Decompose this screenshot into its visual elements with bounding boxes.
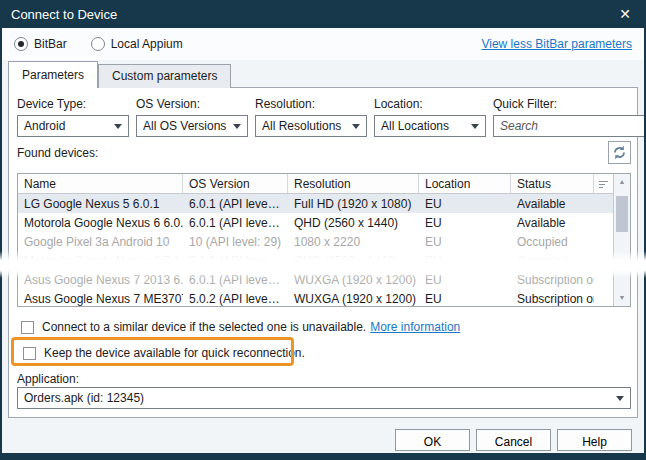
table-row[interactable]: Motorola Google Nexus 6 6.0.1 6.0.1 (API… bbox=[18, 213, 630, 232]
table-row[interactable]: LG Google Nexus 5 6.0.1 6.0.1 (API leve…… bbox=[18, 194, 630, 213]
resolution-select[interactable]: All Resolutions bbox=[255, 115, 367, 137]
sort-indicator-cell[interactable] bbox=[594, 174, 613, 193]
ok-button[interactable]: OK bbox=[395, 429, 470, 451]
footer-buttons: OK Cancel Help bbox=[395, 429, 632, 451]
radio-button-icon bbox=[14, 37, 28, 51]
scrollbar-down-icon[interactable]: ▼ bbox=[614, 290, 630, 306]
screenshot-tear-band bbox=[0, 251, 646, 278]
radio-bitbar[interactable]: BitBar bbox=[14, 37, 67, 51]
os-version-filter: OS Version: All OS Versions bbox=[136, 97, 248, 137]
device-type-select[interactable]: Android bbox=[17, 115, 129, 137]
quick-filter-label: Quick Filter: bbox=[493, 97, 646, 111]
quick-filter: Quick Filter: bbox=[493, 97, 646, 137]
refresh-icon bbox=[612, 145, 627, 160]
chevron-down-icon bbox=[114, 124, 122, 129]
radio-local-appium[interactable]: Local Appium bbox=[91, 37, 183, 51]
table-row[interactable]: Asus Google Nexus 7 ME370T 5.0.2 5.0.2 (… bbox=[18, 289, 630, 307]
vertical-scrollbar[interactable]: ▲ ▼ bbox=[613, 174, 630, 306]
quick-reconnection-checkbox-row: Keep the device available for quick reco… bbox=[23, 346, 305, 360]
column-header-name[interactable]: Name bbox=[18, 174, 183, 193]
column-header-location[interactable]: Location bbox=[419, 174, 511, 193]
resolution-label: Resolution: bbox=[255, 97, 367, 111]
window-border bbox=[0, 0, 2, 460]
view-less-bitbar-parameters-link[interactable]: View less BitBar parameters bbox=[481, 37, 632, 51]
search-input[interactable] bbox=[500, 119, 646, 133]
chevron-down-icon bbox=[616, 396, 624, 401]
similar-device-label: Connect to a similar device if the selec… bbox=[42, 320, 366, 334]
tab-bar: Parameters Custom parameters bbox=[8, 61, 231, 88]
quick-filter-searchbox bbox=[493, 115, 646, 137]
more-information-link[interactable]: More information bbox=[370, 320, 460, 334]
help-button[interactable]: Help bbox=[557, 429, 632, 451]
column-header-status[interactable]: Status bbox=[511, 174, 594, 193]
quick-reconnection-checkbox[interactable] bbox=[23, 347, 36, 360]
device-type-filter: Device Type: Android bbox=[17, 97, 129, 137]
column-header-os-version[interactable]: OS Version bbox=[183, 174, 288, 193]
resolution-filter: Resolution: All Resolutions bbox=[255, 97, 367, 137]
table-row[interactable]: Google Pixel 3a Android 10 10 (API level… bbox=[18, 232, 630, 251]
chevron-down-icon bbox=[471, 124, 479, 129]
refresh-button[interactable] bbox=[608, 141, 631, 164]
similar-device-checkbox[interactable] bbox=[21, 321, 34, 334]
filter-row: Device Type: Android OS Version: All OS … bbox=[17, 97, 629, 137]
location-filter: Location: All Locations bbox=[374, 97, 486, 137]
similar-device-checkbox-row: Connect to a similar device if the selec… bbox=[21, 320, 460, 334]
device-table-header: Name OS Version Resolution Location Stat… bbox=[18, 174, 630, 194]
os-version-select[interactable]: All OS Versions bbox=[136, 115, 248, 137]
device-table: Name OS Version Resolution Location Stat… bbox=[17, 173, 631, 307]
found-devices-label: Found devices: bbox=[17, 146, 98, 160]
scrollbar-up-icon[interactable]: ▲ bbox=[614, 174, 630, 190]
application-label: Application: bbox=[17, 372, 79, 386]
radio-local-appium-label: Local Appium bbox=[111, 37, 183, 51]
window-border bbox=[0, 453, 646, 460]
location-select[interactable]: All Locations bbox=[374, 115, 486, 137]
chevron-down-icon bbox=[352, 124, 360, 129]
chevron-down-icon bbox=[233, 124, 241, 129]
os-version-label: OS Version: bbox=[136, 97, 248, 111]
tab-custom-parameters[interactable]: Custom parameters bbox=[98, 64, 231, 88]
scrollbar-thumb[interactable] bbox=[616, 196, 628, 232]
engine-selector-row: BitBar Local Appium View less BitBar par… bbox=[2, 28, 644, 60]
column-header-resolution[interactable]: Resolution bbox=[288, 174, 419, 193]
device-type-label: Device Type: bbox=[17, 97, 129, 111]
cancel-button[interactable]: Cancel bbox=[476, 429, 551, 451]
window-title: Connect to Device bbox=[11, 7, 117, 22]
quick-reconnection-label: Keep the device available for quick reco… bbox=[44, 346, 305, 360]
title-bar: Connect to Device ✕ bbox=[0, 0, 646, 28]
radio-button-icon bbox=[91, 37, 105, 51]
sort-icon bbox=[599, 179, 608, 188]
close-icon[interactable]: ✕ bbox=[615, 5, 635, 23]
radio-bitbar-label: BitBar bbox=[34, 37, 67, 51]
tab-parameters[interactable]: Parameters bbox=[8, 61, 98, 88]
connect-to-device-dialog: Connect to Device ✕ BitBar Local Appium … bbox=[0, 0, 646, 460]
application-select[interactable]: Orders.apk (id: 12345) bbox=[17, 387, 631, 409]
location-label: Location: bbox=[374, 97, 486, 111]
